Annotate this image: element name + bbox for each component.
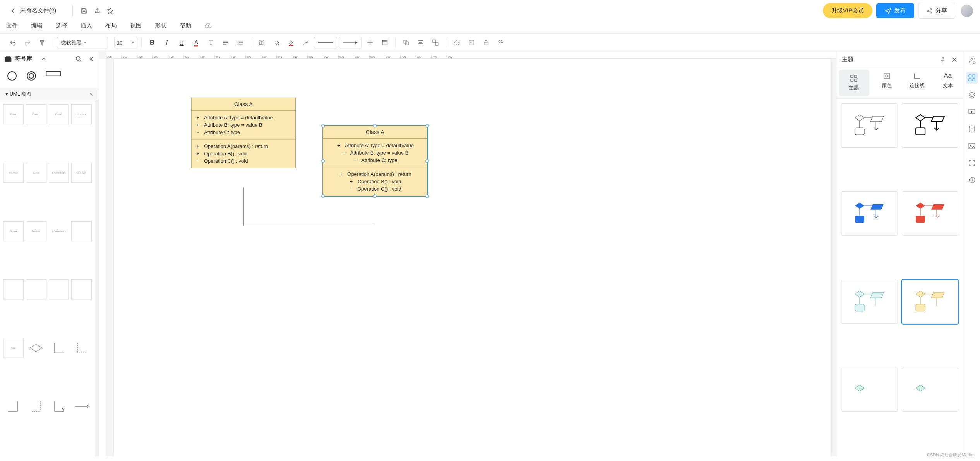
symbol-item[interactable]: [49, 338, 69, 358]
menu-file[interactable]: 文件: [6, 22, 18, 29]
class-operations[interactable]: +Operation A(params) : return +Operation…: [192, 139, 295, 168]
line-jump-icon[interactable]: [363, 36, 377, 49]
user-avatar[interactable]: [961, 5, 973, 17]
theme-card[interactable]: [902, 368, 959, 412]
align-icon[interactable]: [219, 36, 232, 49]
fill-color-icon[interactable]: [270, 36, 283, 49]
uml-class-b-selected[interactable]: Class A +Attribute A: type = defaultValu…: [323, 126, 427, 196]
rail-theme-icon[interactable]: [966, 72, 978, 84]
rail-present-icon[interactable]: [966, 106, 978, 118]
format-painter-icon[interactable]: [36, 36, 49, 49]
rail-image-icon[interactable]: [966, 140, 978, 152]
menu-view[interactable]: 视图: [130, 22, 142, 29]
class-attributes[interactable]: +Attribute A: type = defaultValue +Attri…: [192, 111, 295, 139]
symbol-item[interactable]: DataType: [71, 163, 92, 183]
symbol-item[interactable]: [3, 279, 24, 299]
canvas-paper[interactable]: Class A +Attribute A: type = defaultValu…: [114, 59, 831, 456]
back-icon[interactable]: [7, 4, 20, 17]
symbol-item[interactable]: Class: [26, 163, 46, 183]
undo-icon[interactable]: [6, 36, 19, 49]
tab-theme[interactable]: 主题: [839, 70, 869, 96]
class-name[interactable]: Class A: [323, 126, 427, 139]
symbol-item[interactable]: Interface: [3, 163, 24, 183]
resize-handle[interactable]: [321, 159, 325, 163]
menu-help[interactable]: 帮助: [180, 22, 191, 29]
class-name[interactable]: Class A: [192, 98, 295, 111]
symbol-item[interactable]: [71, 221, 92, 241]
resize-handle[interactable]: [321, 194, 325, 198]
tab-color[interactable]: 颜色: [872, 67, 902, 98]
theme-card[interactable]: [841, 280, 898, 324]
symbol-item[interactable]: [71, 338, 92, 358]
resize-handle[interactable]: [321, 124, 325, 127]
resize-handle[interactable]: [373, 124, 377, 127]
canvas-area[interactable]: 3203403603804004204404604805005205405605…: [99, 52, 836, 456]
line-style-select[interactable]: [314, 37, 337, 48]
theme-card[interactable]: [902, 103, 959, 148]
export-icon[interactable]: [91, 4, 104, 17]
symbol-item[interactable]: [49, 279, 69, 299]
tab-line[interactable]: 连接线: [902, 67, 933, 98]
symbol-item[interactable]: [26, 338, 46, 358]
resize-handle[interactable]: [425, 194, 429, 198]
line-height-icon[interactable]: [234, 36, 247, 49]
symbol-item[interactable]: Class1: [26, 104, 46, 124]
pin-icon[interactable]: [940, 57, 946, 63]
connector-style-icon[interactable]: [299, 36, 312, 49]
binoculars-icon[interactable]: [204, 22, 212, 29]
group-icon[interactable]: [429, 36, 442, 49]
symbol-item[interactable]: { Constraint }: [49, 221, 69, 241]
menu-layout[interactable]: 布局: [105, 22, 117, 29]
redo-icon[interactable]: [21, 36, 34, 49]
category-header[interactable]: ▾ UML 类图 ✕: [0, 88, 99, 100]
text-box-icon[interactable]: T: [255, 36, 268, 49]
lock-icon[interactable]: [480, 36, 493, 49]
rail-layers-icon[interactable]: [966, 89, 978, 101]
clear-format-icon[interactable]: [204, 36, 218, 49]
symbol-item[interactable]: Class: [3, 104, 24, 124]
font-family-select[interactable]: 微软雅黑: [57, 37, 108, 48]
symbol-item[interactable]: [3, 396, 24, 416]
symbol-item[interactable]: interface: [71, 104, 92, 124]
file-name[interactable]: 未命名文件(2): [20, 7, 56, 14]
theme-card[interactable]: [841, 368, 898, 412]
tab-text[interactable]: Aa 文本: [932, 67, 963, 98]
menu-select[interactable]: 选择: [56, 22, 67, 29]
rail-style-icon[interactable]: [966, 55, 978, 67]
container-icon[interactable]: [378, 36, 391, 49]
menu-shape[interactable]: 形状: [155, 22, 166, 29]
symbol-item[interactable]: Class1: [49, 104, 69, 124]
rail-data-icon[interactable]: [966, 123, 978, 135]
close-icon[interactable]: [951, 57, 958, 63]
tools-icon[interactable]: [494, 36, 507, 49]
double-circle-shape[interactable]: [26, 71, 36, 81]
theme-card[interactable]: [841, 191, 898, 236]
collapse-icon[interactable]: [88, 56, 94, 62]
scrollbar[interactable]: [95, 100, 99, 456]
rail-fullscreen-icon[interactable]: [966, 157, 978, 169]
save-icon[interactable]: [77, 4, 91, 17]
class-attributes[interactable]: +Attribute A: type = defaultValue +Attri…: [323, 139, 427, 167]
font-size-select[interactable]: 10▼: [114, 37, 137, 48]
italic-icon[interactable]: I: [160, 36, 173, 49]
share-button[interactable]: 分享: [918, 3, 955, 19]
resize-handle[interactable]: [373, 194, 377, 198]
bold-icon[interactable]: B: [146, 36, 159, 49]
menu-edit[interactable]: 编辑: [31, 22, 43, 29]
symbol-item[interactable]: Signal: [3, 221, 24, 241]
resize-handle[interactable]: [425, 159, 429, 163]
resize-handle[interactable]: [425, 124, 429, 127]
font-color-icon[interactable]: A: [190, 36, 203, 49]
symbol-item[interactable]: Primitive: [26, 221, 46, 241]
line-color-icon[interactable]: [284, 36, 298, 49]
upgrade-vip-button[interactable]: 升级VIP会员: [823, 3, 872, 18]
arrow-style-select[interactable]: [339, 37, 362, 48]
circle-shape[interactable]: [7, 71, 17, 81]
close-category-icon[interactable]: ✕: [89, 91, 93, 97]
theme-card[interactable]: [841, 103, 898, 148]
uml-class-a[interactable]: Class A +Attribute A: type = defaultValu…: [191, 98, 296, 168]
copy-style-icon[interactable]: [399, 36, 413, 49]
symbol-item[interactable]: [26, 279, 46, 299]
theme-card[interactable]: [902, 191, 959, 236]
publish-button[interactable]: 发布: [876, 3, 914, 18]
